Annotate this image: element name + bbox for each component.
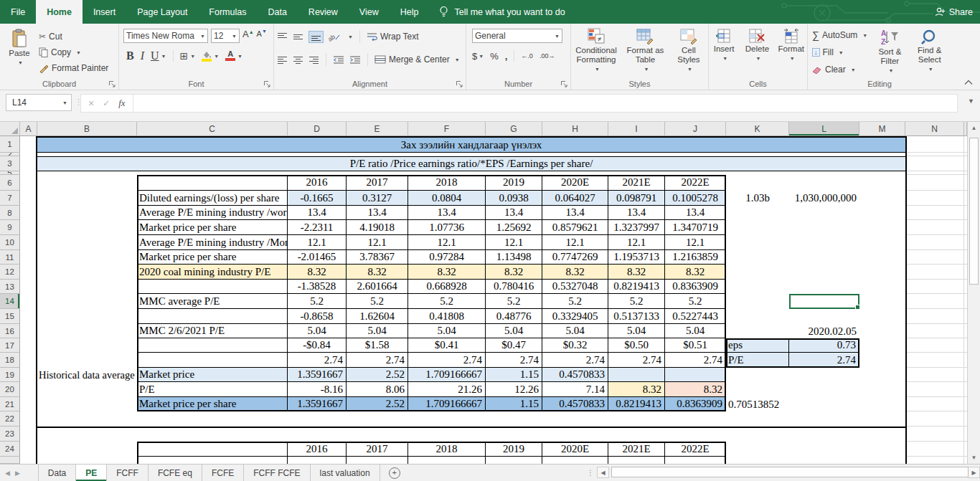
currency-dropdown-arrow[interactable]: ▼	[479, 54, 484, 59]
cell-C18[interactable]	[137, 353, 288, 368]
cell-F17[interactable]: $0.41	[408, 338, 486, 353]
cell-J24[interactable]: 2022E	[665, 442, 726, 457]
format-painter-button[interactable]: Format Painter	[39, 60, 108, 76]
column-header-A[interactable]: A	[20, 122, 37, 136]
copy-dropdown-arrow[interactable]: ▼	[76, 50, 81, 55]
cell-I13[interactable]: 0.8219413	[608, 280, 665, 294]
cell-H19[interactable]: 0.4570833	[542, 368, 608, 382]
cells-area[interactable]: Зах зээлийн хандлагаар үнэлэх P/E ratio …	[20, 136, 967, 464]
cell-H17[interactable]: $0.32	[542, 338, 608, 353]
column-header-H[interactable]: H	[542, 122, 608, 136]
cell-G15[interactable]: 0.48776	[486, 309, 542, 324]
cell-C24[interactable]	[137, 442, 288, 457]
increase-decimal-button[interactable]: ←.0	[521, 52, 533, 59]
cell-G6[interactable]: 2019	[486, 175, 542, 191]
find-select-arrow[interactable]: ▼	[928, 65, 933, 74]
autosum-arrow[interactable]: ▼	[862, 33, 867, 38]
insert-cells-button[interactable]: Insert ▼	[709, 26, 739, 77]
cell-I18[interactable]: 2.74	[608, 353, 665, 368]
cell-I20[interactable]: 8.32	[608, 382, 665, 397]
cell-F13[interactable]: 0.668928	[408, 280, 486, 294]
cell-J13[interactable]: 0.8363909	[665, 280, 726, 294]
cell-J7[interactable]: 0.1005278	[665, 191, 726, 206]
font-color-dropdown-arrow[interactable]: ▼	[237, 54, 242, 59]
tab-formulas[interactable]: Formulas	[198, 0, 257, 24]
row-header-22[interactable]: 22	[0, 411, 20, 427]
fill-dropdown-arrow[interactable]: ▼	[214, 54, 219, 59]
cell-H12[interactable]: 8.32	[542, 265, 608, 280]
row-header-3[interactable]: 3	[0, 156, 20, 171]
cell-I8[interactable]: 13.4	[608, 206, 665, 220]
select-all-corner[interactable]	[0, 122, 20, 136]
column-header-K[interactable]: K	[726, 122, 789, 136]
cell-C14[interactable]: MMC average P/E	[137, 294, 288, 309]
merge-center-button[interactable]: Merge & Center ▼	[374, 52, 460, 67]
cell-H8[interactable]: 13.4	[542, 206, 608, 220]
cell-J25[interactable]	[665, 457, 726, 464]
cell-H16[interactable]: 5.04	[542, 324, 608, 338]
cell-F11[interactable]: 0.97284	[408, 250, 486, 265]
cell-E24[interactable]: 2017	[347, 442, 408, 457]
cell-D14[interactable]: 5.2	[288, 294, 347, 309]
cell-K7[interactable]: 1.03b	[726, 191, 789, 206]
insert-cells-arrow[interactable]: ▼	[722, 54, 727, 63]
cell-E16[interactable]: 5.04	[347, 324, 408, 338]
cell-E17[interactable]: $1.58	[347, 338, 408, 353]
cell-F7[interactable]: 0.0804	[408, 191, 486, 206]
decrease-decimal-button[interactable]: .00→	[540, 52, 555, 59]
cell-E14[interactable]: 5.2	[347, 294, 408, 309]
percent-button[interactable]: %	[490, 51, 499, 62]
cell-E11[interactable]: 3.78367	[347, 250, 408, 265]
cell-styles-arrow[interactable]: ▼	[687, 65, 692, 74]
cell-C7[interactable]: Diluted earnings/(loss) per share	[137, 191, 288, 206]
cell-D6[interactable]: 2016	[288, 175, 347, 191]
cell-H11[interactable]: 0.7747269	[542, 250, 608, 265]
vertical-scroll-thumb[interactable]	[969, 138, 979, 285]
cell-G17[interactable]: $0.47	[486, 338, 542, 353]
increase-indent-icon[interactable]	[349, 55, 361, 65]
column-header-C[interactable]: C	[137, 122, 288, 136]
horizontal-scroll-track[interactable]	[609, 467, 968, 478]
delete-cells-arrow[interactable]: ▼	[755, 54, 760, 63]
cell-J14[interactable]: 5.2	[665, 294, 726, 309]
cell-C8[interactable]: Average P/E mining industry /world/	[137, 206, 288, 220]
number-dialog-launcher[interactable]	[560, 80, 568, 88]
cell-E12[interactable]: 8.32	[347, 265, 408, 280]
scrollbar-resize-dots[interactable]: ⋮	[587, 469, 594, 477]
cell-C25[interactable]	[137, 457, 288, 464]
tab-file[interactable]: File	[0, 0, 36, 24]
sort-filter-button[interactable]: AZ Sort & Filter ▼	[872, 27, 908, 79]
tell-me-box[interactable]: Tell me what you want to do	[429, 0, 575, 24]
paste-button[interactable]: Paste ▼	[0, 26, 39, 77]
cell-H13[interactable]: 0.5327048	[542, 280, 608, 294]
row-header-partial[interactable]	[0, 457, 20, 464]
cell-D17[interactable]: -$0.84	[288, 338, 347, 353]
format-as-table-arrow[interactable]: ▼	[644, 65, 649, 74]
cell-I21[interactable]: 0.8219413	[608, 397, 665, 411]
sheet-nav-left-arrow[interactable]: ◀	[0, 465, 15, 481]
borders-button[interactable]: ⊞	[180, 50, 189, 62]
row-header-13[interactable]: 13	[0, 280, 20, 294]
merge-center-dropdown-arrow[interactable]: ▼	[455, 57, 460, 62]
row-header-19[interactable]: 19	[0, 368, 20, 382]
cell-I24[interactable]: 2021E	[608, 442, 665, 457]
row-header-7[interactable]: 7	[0, 191, 20, 206]
scroll-left-arrow[interactable]: ◀	[597, 467, 609, 478]
cell-styles-button[interactable]: Cell Styles ▼	[669, 26, 708, 77]
alignment-dialog-launcher[interactable]	[456, 80, 463, 88]
row-header-14[interactable]: 14	[0, 294, 20, 309]
cell-G10[interactable]: 12.1	[486, 235, 542, 250]
shrink-font-button[interactable]: A▼	[257, 29, 267, 43]
align-right-icon[interactable]	[308, 55, 319, 65]
cell-E20[interactable]: 8.06	[347, 382, 408, 397]
row-header-9[interactable]: 9	[0, 220, 20, 235]
align-middle-icon[interactable]	[293, 32, 303, 42]
column-header-F[interactable]: F	[408, 122, 486, 136]
cell-E10[interactable]: 12.1	[347, 235, 408, 250]
horizontal-scroll-thumb[interactable]	[611, 467, 969, 477]
formula-input[interactable]	[133, 94, 958, 113]
row-header-8[interactable]: 8	[0, 206, 20, 220]
cell-H18[interactable]: 2.74	[542, 353, 608, 368]
format-cells-button[interactable]: Format ▼	[776, 26, 807, 77]
cell-G13[interactable]: 0.780416	[486, 280, 542, 294]
